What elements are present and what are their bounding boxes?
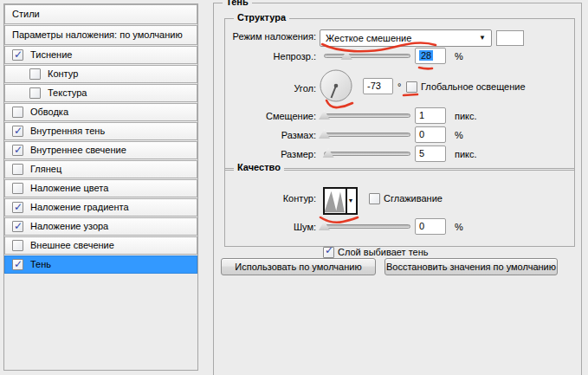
gradient-overlay-checkbox[interactable] (12, 202, 23, 213)
noise-input[interactable]: 0 (415, 218, 446, 235)
style-item-inner-glow[interactable]: Внутреннее свечение (4, 141, 197, 159)
style-item-label: Наложение узора (30, 218, 108, 235)
size-slider-track[interactable] (324, 152, 410, 156)
style-item-outer-glow[interactable]: Внешнее свечение (4, 236, 197, 255)
satin-checkbox[interactable] (12, 164, 23, 175)
cone-contour-icon (325, 189, 346, 213)
size-unit: пикс. (455, 145, 477, 164)
style-item-label: Внешнее свечение (30, 237, 114, 254)
opacity-unit: % (455, 47, 463, 66)
blending-options-item[interactable]: Параметры наложения: по умолчанию (4, 25, 197, 45)
drop-shadow-checkbox[interactable] (12, 259, 23, 270)
reset-default-label: Восстановить значения по умолчанию (386, 262, 556, 272)
style-item-drop-shadow[interactable]: Тень (4, 255, 197, 274)
size-input[interactable]: 5 (415, 145, 446, 162)
angle-dial[interactable] (320, 69, 352, 102)
blend-mode-value: Жесткое смешение (326, 30, 411, 46)
spread-label: Размах: (214, 126, 316, 145)
opacity-selected-text: 28 (419, 50, 433, 61)
angle-value: -73 (367, 81, 381, 91)
distance-value: 1 (419, 110, 424, 120)
style-item-label: Наложение градиента (30, 199, 129, 216)
structure-legend: Структура (234, 12, 289, 23)
knockout-checkbox[interactable] (323, 247, 334, 258)
outer-glow-checkbox[interactable] (12, 240, 23, 251)
noise-slider-track[interactable] (324, 224, 410, 229)
spread-value: 0 (419, 129, 424, 139)
blending-options-label: Параметры наложения: по умолчанию (12, 29, 183, 40)
chevron-down-icon: ▼ (479, 35, 486, 42)
styles-list: Стили Параметры наложения: по умолчанию … (3, 3, 198, 371)
color-overlay-checkbox[interactable] (12, 183, 23, 194)
contour-dropdown-arrow[interactable]: ▼ (346, 189, 356, 213)
make-default-button[interactable]: Использовать по умолчанию (221, 258, 376, 275)
contour-picker[interactable]: ▼ (323, 187, 358, 215)
style-item-label: Глянец (30, 161, 61, 178)
global-light-checkbox[interactable] (406, 81, 417, 93)
style-item-label: Тень (30, 256, 51, 273)
chevron-down-icon: ▼ (348, 197, 354, 204)
spread-input[interactable]: 0 (415, 126, 446, 143)
reset-default-button[interactable]: Восстановить значения по умолчанию (384, 258, 558, 275)
style-item-label: Обводка (30, 104, 68, 120)
texture-checkbox[interactable] (29, 87, 41, 99)
style-item-label: Наложение цвета (30, 180, 108, 197)
contour-label: Контур: (214, 189, 316, 208)
distance-slider-track[interactable] (324, 113, 410, 118)
opacity-slider-track[interactable] (324, 54, 410, 58)
style-item-contour[interactable]: Контур (4, 65, 197, 83)
antialias-label: Сглаживание (384, 189, 443, 208)
antialias-checkbox[interactable] (369, 193, 380, 204)
style-item-label: Текстура (48, 85, 87, 101)
style-item-label: Тиснение (30, 47, 72, 63)
style-item-texture[interactable]: Текстура (4, 84, 197, 102)
make-default-label: Использовать по умолчанию (235, 262, 361, 272)
pattern-overlay-checkbox[interactable] (12, 221, 23, 232)
drop-shadow-panel: Тень Структура Качество Режим наложения:… (213, 3, 582, 375)
spread-unit: % (455, 126, 463, 145)
angle-label: Угол: (214, 79, 316, 98)
style-item-color-overlay[interactable]: Наложение цвета (4, 179, 197, 197)
style-item-label: Внутренняя тень (30, 123, 105, 139)
distance-label: Смещение: (214, 107, 316, 126)
spread-slider-track[interactable] (324, 133, 410, 137)
blend-mode-dropdown[interactable]: Жесткое смешение ▼ (320, 29, 492, 47)
style-item-satin[interactable]: Глянец (4, 160, 197, 178)
size-label: Размер: (214, 145, 316, 164)
styles-header[interactable]: Стили (4, 4, 197, 24)
panel-title: Тень (223, 0, 252, 7)
style-item-gradient-overlay[interactable]: Наложение градиента (4, 198, 197, 217)
inner-glow-checkbox[interactable] (12, 145, 23, 156)
angle-input[interactable]: -73 (363, 78, 393, 94)
styles-header-label: Стили (12, 9, 40, 19)
angle-unit: ° (397, 77, 401, 96)
distance-input[interactable]: 1 (415, 107, 446, 124)
stroke-checkbox[interactable] (12, 107, 23, 118)
opacity-input[interactable]: 28 (415, 48, 446, 64)
angle-dial-icon (320, 69, 352, 102)
noise-unit: % (455, 217, 463, 236)
shadow-color-swatch[interactable] (496, 30, 524, 46)
bevel-checkbox[interactable] (12, 49, 23, 61)
noise-value: 0 (419, 221, 424, 231)
style-item-inner-shadow[interactable]: Внутренняя тень (4, 122, 197, 140)
blend-mode-label: Режим наложения: (214, 27, 316, 46)
inner-shadow-checkbox[interactable] (12, 126, 23, 137)
global-light-label: Глобальное освещение (421, 77, 526, 96)
style-item-label: Контур (48, 66, 78, 82)
size-value: 5 (419, 148, 424, 158)
style-item-stroke[interactable]: Обводка (4, 103, 197, 121)
style-item-bevel[interactable]: Тиснение (4, 46, 197, 64)
style-item-label: Внутреннее свечение (30, 142, 126, 158)
noise-label: Шум: (214, 217, 316, 236)
opacity-label: Непрозр.: (214, 47, 316, 66)
style-item-pattern-overlay[interactable]: Наложение узора (4, 217, 197, 236)
distance-unit: пикс. (455, 107, 477, 126)
contour-checkbox[interactable] (29, 68, 41, 80)
